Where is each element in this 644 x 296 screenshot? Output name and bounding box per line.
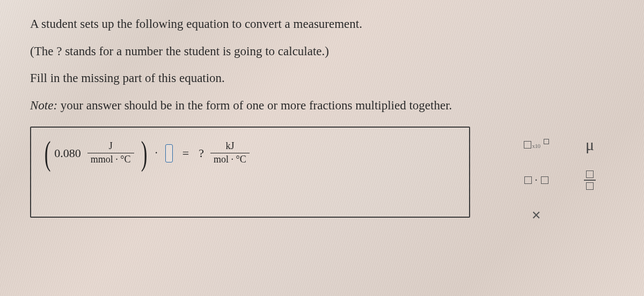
prompt-line-3: Fill in the missing part of this equatio… — [30, 69, 614, 88]
scientific-notation-button[interactable]: x10 — [512, 130, 560, 160]
left-frac-den: mmol · °C — [87, 153, 134, 165]
box-icon — [524, 141, 531, 149]
denominator-box-icon — [586, 182, 594, 190]
prompt-line-1: A student sets up the following equation… — [30, 15, 614, 34]
right-paren: ) — [141, 139, 147, 167]
left-fraction: J mmol · °C — [87, 141, 134, 165]
equals-sign: = — [179, 146, 192, 160]
right-frac-num: kJ — [222, 141, 237, 153]
exponent-box-icon — [544, 139, 549, 144]
question-mark: ? — [196, 146, 206, 160]
multiply-dot: · — [154, 147, 159, 159]
note-label: Note: — [30, 99, 57, 112]
answer-input[interactable] — [165, 144, 173, 162]
clear-button[interactable]: ✕ — [512, 201, 560, 231]
box-icon — [541, 176, 548, 184]
right-fraction: kJ mol · °C — [210, 141, 250, 165]
fraction-bar-icon — [584, 180, 596, 181]
close-icon: ✕ — [531, 209, 541, 223]
equation-box: ( 0.080 J mmol · °C ) · = ? kJ mol · °C — [30, 127, 470, 218]
prompt-note: Note: your answer should be in the form … — [30, 97, 614, 115]
symbol-palette: x10 μ · — [512, 127, 614, 231]
note-text: your answer should be in the form of one… — [57, 99, 452, 112]
box-icon — [524, 176, 532, 184]
coefficient: 0.080 — [54, 146, 81, 160]
left-paren: ( — [45, 139, 51, 167]
right-frac-den: mol · °C — [210, 153, 250, 165]
left-frac-num: J — [106, 141, 116, 153]
x10-label: x10 — [532, 143, 540, 149]
dot-symbol: · — [535, 174, 538, 187]
mu-symbol: μ — [586, 136, 594, 154]
mu-button[interactable]: μ — [566, 130, 614, 160]
numerator-box-icon — [586, 171, 594, 178]
prompt-line-2: (The ? stands for a number the student i… — [30, 42, 614, 61]
multiply-button[interactable]: · — [512, 165, 560, 195]
fraction-button[interactable] — [566, 165, 614, 195]
